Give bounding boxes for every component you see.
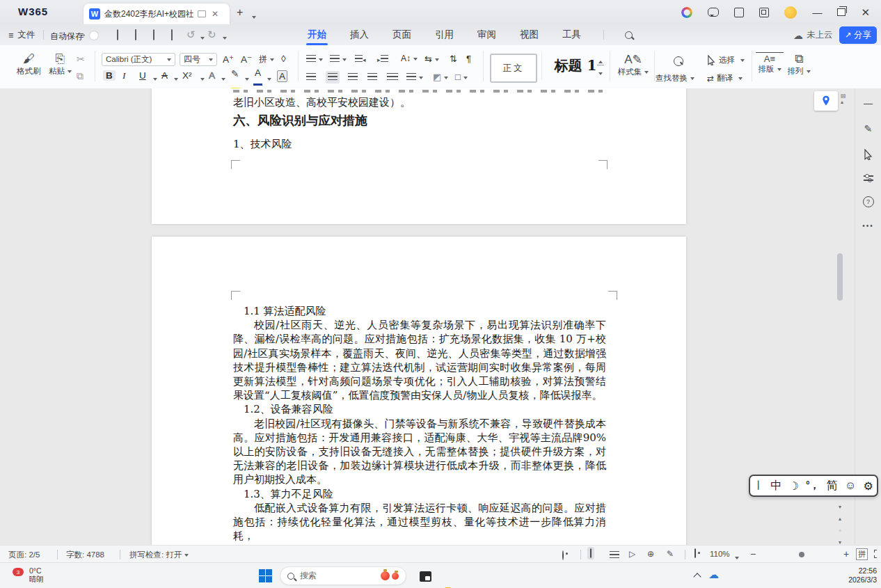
phonetic-guide-icon[interactable]: 拼 [259,54,274,65]
zoom-in-button[interactable]: + [843,548,849,559]
word-count[interactable]: 字数: 4788 [66,550,104,560]
tab-list-dropdown-icon[interactable] [249,10,256,23]
focus-mode-icon[interactable] [695,548,696,558]
subsection-title[interactable]: 1.3、算力不足风险 [233,487,606,501]
outline-view-icon[interactable] [610,551,619,559]
cloud-sync-tray-icon[interactable]: ☁ [708,569,719,581]
feedback-icon[interactable] [708,8,719,17]
ime-mode-chinese[interactable]: 中 [770,479,781,493]
zoom-dropdown-icon[interactable] [732,553,739,562]
font-size-select[interactable]: 四号 [180,53,217,66]
superscript-button[interactable]: X² [182,70,192,81]
page-view-icon[interactable] [587,547,594,559]
bullet-list-icon[interactable] [306,55,323,63]
zoom-level[interactable]: 110% [710,550,730,558]
style-gallery-down-icon[interactable] [598,69,603,77]
share-button[interactable]: ↗ 分享 [839,26,877,44]
spellcheck-status[interactable]: 拼写检查: 打开 [129,550,189,560]
paste-button[interactable]: ⎘ 粘贴 [49,52,72,77]
tab-tools[interactable]: 工具 [561,26,582,44]
copy-icon[interactable]: ⧉ [77,70,84,82]
page-2[interactable]: 1.1 算法适配风险 校园/社区雨天、逆光、人员密集等复杂场景下，易出现算法识别… [152,237,686,545]
export-pdf-icon[interactable] [171,29,173,40]
paragraph[interactable]: 低配嵌入式设备算力有限，引发算法运行卡顿、响应延迟高的问题。应对措施包括：持续优… [233,501,606,543]
undo-dropdown-icon[interactable] [198,33,205,42]
italic-button[interactable]: I [122,70,126,81]
strikethrough-button[interactable]: A [161,70,168,81]
print-preview-icon[interactable] [135,29,136,40]
underline-button[interactable]: U [139,70,146,81]
tab-home[interactable]: 开始 [306,26,328,44]
justify-icon[interactable] [367,73,377,81]
tab-review[interactable]: 审阅 [476,26,498,44]
select-button[interactable]: 选择 [707,55,745,65]
close-window-button[interactable]: ✕ [861,6,870,19]
annotate-pen-icon[interactable]: ✎ [864,123,873,134]
find-icon[interactable] [674,56,683,66]
asian-layout-icon[interactable]: ⇆ [424,54,439,64]
more-options-icon[interactable]: ••• [862,222,874,230]
search-commands-icon[interactable] [625,31,633,39]
typeset-button[interactable]: A≡ 排版 [756,52,784,74]
cloud-status[interactable]: ☁ 未上云 [793,29,833,41]
style-heading1[interactable]: 标题 1 [548,56,603,75]
list-item[interactable]: 1、技术风险 [233,137,609,151]
tab-reference[interactable]: 引用 [434,26,455,44]
page-indicator[interactable]: 页面: 2/5 [8,550,40,560]
collapse-panel-icon[interactable]: — [864,98,873,109]
clock[interactable]: 22:56 2026/3/3 [838,566,877,585]
scroll-down-icon[interactable]: ▾ [839,504,841,510]
align-left-icon[interactable] [306,73,316,81]
task-view-button[interactable] [416,567,434,585]
style-normal[interactable]: 正文 [490,54,537,83]
minimize-button[interactable]: — [812,7,822,18]
grow-font-icon[interactable]: A⁺ [223,54,234,65]
sort-icon[interactable]: ⇅ [450,54,457,64]
underline-dropdown-icon[interactable] [150,74,157,83]
page-1[interactable]: 老旧小区改造、高校平安校园建设）。 六、风险识别与应对措施 1、技术风险 [152,88,686,224]
find-replace-button[interactable]: 查找替换 [656,73,695,84]
character-shading-button[interactable]: A [277,70,287,82]
paragraph[interactable]: 老旧校园/社区现有摄像头、门禁等设备与新系统不兼容，导致硬件替换成本高。应对措施… [233,417,606,487]
text-direction-icon[interactable]: A↕ [401,54,418,63]
align-right-icon[interactable] [348,73,358,81]
tray-expand-chevron-icon[interactable] [693,573,701,580]
new-tab-button[interactable]: + [237,6,243,19]
adjust-settings-icon[interactable] [864,175,873,182]
shrink-font-icon[interactable]: A⁻ [241,54,252,65]
ai-assistant-icon[interactable] [681,7,692,18]
style-set-button[interactable]: A✎ 样式集 [615,52,651,77]
line-spacing-icon[interactable] [406,73,423,81]
highlight-color-button[interactable]: ✎ [231,68,240,90]
tab-view[interactable]: 视图 [518,26,540,44]
numbered-list-icon[interactable] [330,55,347,63]
vertical-scrollbar[interactable] [837,253,843,301]
cut-icon[interactable]: ✂ [77,54,85,65]
print-icon[interactable] [153,29,154,40]
increase-indent-icon[interactable]: ▸ [377,55,388,63]
taskbar-search[interactable]: 搜索 [280,566,406,585]
eye-protect-icon[interactable] [562,550,564,560]
strikethrough-dropdown-icon[interactable] [171,74,178,83]
file-menu[interactable]: ≡ 文件 [8,29,35,41]
window-manager-icon[interactable] [734,8,744,17]
text-effects-button[interactable]: A [209,70,215,81]
start-button[interactable] [259,569,272,582]
format-painter-button[interactable]: 🖌︎ 格式刷 [17,52,41,77]
location-pin-button[interactable] [814,91,838,111]
tab-insert[interactable]: 插入 [349,26,370,44]
translate-button[interactable]: ⇄ 翻译 [707,73,743,84]
superscript-dropdown-icon[interactable] [198,74,205,83]
ime-simplified[interactable]: 简 [827,479,838,493]
font-color-dropdown-icon[interactable] [264,74,271,83]
shading-icon[interactable]: ◩ [433,72,448,82]
file-explorer-icon[interactable] [443,585,461,588]
subsection-title[interactable]: 1.1 算法适配风险 [233,304,606,318]
arrange-button[interactable]: ⧉ 排列 [785,52,813,77]
decrease-indent-icon[interactable]: ◂ [355,55,366,63]
font-color-button[interactable]: A [253,69,262,86]
paragraph[interactable]: 校园/社区雨天、逆光、人员密集等复杂场景下，易出现算法识别准确率下降、漏检/误检… [233,318,606,402]
restore-window-button[interactable] [837,8,846,16]
reading-view-icon[interactable]: ▷ [629,549,635,559]
undo-icon[interactable]: ↺ [186,29,196,41]
